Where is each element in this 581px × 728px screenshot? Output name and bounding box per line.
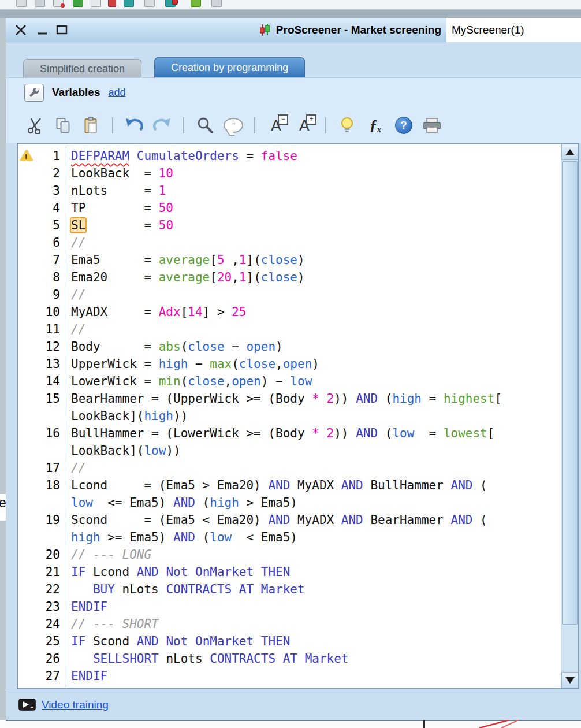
code-text: Body = abs(close − open): [66, 338, 283, 355]
variables-bar: Variables add: [6, 78, 581, 107]
code-line[interactable]: 3nLots = 1: [18, 182, 561, 199]
wrench-icon: [28, 87, 40, 98]
decrease-font-button[interactable]: A −: [266, 115, 286, 136]
search-button[interactable]: [195, 115, 215, 136]
code-line[interactable]: 15BearHammer = (UpperWick >= (Body * 2))…: [18, 390, 561, 407]
help-button[interactable]: ?: [393, 115, 414, 136]
code-line[interactable]: 7Ema5 = average[5 ,1](close): [18, 251, 561, 269]
code-line[interactable]: 13UpperWick = high − max(close,open): [18, 355, 561, 373]
code-text: BearHammer = (UpperWick >= (Body * 2)) A…: [66, 390, 502, 407]
code-line[interactable]: 5SL = 50: [18, 217, 561, 234]
code-line[interactable]: 17//: [18, 459, 561, 477]
code-line[interactable]: LookBack](low)): [18, 442, 561, 459]
line-number: 15: [18, 390, 66, 407]
code-line[interactable]: 2LookBack = 10: [18, 165, 561, 182]
code-line[interactable]: LookBack](high)): [18, 407, 561, 425]
code-line[interactable]: 25IF Scond AND Not OnMarket THEN: [18, 633, 561, 650]
warning-icon: !: [20, 148, 33, 161]
tab-creation-by-programming[interactable]: Creation by programming: [154, 57, 305, 78]
redo-button[interactable]: [152, 115, 173, 136]
add-variable-link[interactable]: add: [108, 87, 125, 99]
code-text: //: [66, 234, 85, 251]
code-text: BUY nLots CONTRACTS AT Market: [66, 581, 305, 598]
tab-simplified-creation[interactable]: Simplified creation: [23, 59, 141, 78]
code-line[interactable]: 4TP = 50: [18, 199, 561, 217]
code-text: BullHammer = (LowerWick >= (Body * 2)) A…: [66, 425, 494, 442]
code-line[interactable]: 23ENDIF: [18, 598, 561, 615]
copy-icon: [55, 117, 71, 134]
code-text: UpperWick = high − max(close,open): [66, 355, 319, 373]
scroll-up-button[interactable]: [561, 144, 578, 160]
variables-settings-button[interactable]: [24, 84, 44, 102]
maximize-button[interactable]: [55, 18, 68, 42]
comment-bubble-icon: '': [224, 118, 243, 133]
code-text: SELLSHORT nLots CONTRACTS AT Market: [66, 650, 349, 667]
line-number: 25: [18, 633, 66, 650]
undo-button[interactable]: [124, 115, 144, 136]
lightbulb-icon: [340, 117, 355, 134]
line-number: 18: [18, 477, 66, 494]
line-number: 8: [18, 269, 66, 286]
window-title: ProScreener - Market screening: [276, 24, 441, 36]
code-line[interactable]: 10MyADX = Adx[14] > 25: [18, 303, 561, 321]
scrollbar-thumb[interactable]: [562, 161, 578, 625]
code-line[interactable]: 21IF Lcond AND Not OnMarket THEN: [18, 563, 561, 581]
code-line[interactable]: 14LowerWick = min(close,open) − low: [18, 373, 561, 390]
printer-icon: [423, 117, 441, 133]
code-line[interactable]: 12Body = abs(close − open): [18, 338, 561, 355]
code-line[interactable]: 8Ema20 = average[20,1](close): [18, 269, 561, 286]
arrow-up-icon: [565, 149, 575, 155]
screener-name-tab[interactable]: MyScreener(1): [446, 18, 581, 42]
candlestick-icon: [259, 23, 271, 37]
code-line[interactable]: 27ENDIF: [18, 667, 561, 685]
code-line[interactable]: !1DEFPARAM CumulateOrders = false: [18, 147, 561, 165]
code-line[interactable]: 20// --- LONG: [18, 546, 561, 563]
code-text: //: [66, 459, 85, 477]
code-line[interactable]: low <= Ema5) AND (high > Ema5): [18, 494, 561, 511]
print-button[interactable]: [422, 115, 442, 136]
minimize-button[interactable]: [37, 18, 49, 42]
cut-button[interactable]: [24, 115, 45, 136]
background-icon: [16, 0, 27, 7]
editor-panel: Variables add: [6, 77, 581, 143]
tab-label: Creation by programming: [171, 62, 288, 74]
code-line[interactable]: 28//: [18, 685, 561, 688]
code-line[interactable]: 16BullHammer = (LowerWick >= (Body * 2))…: [18, 425, 561, 442]
code-line[interactable]: 19Scond = (Ema5 < Ema20) AND MyADX AND B…: [18, 511, 561, 529]
code-text: low <= Ema5) AND (high > Ema5): [66, 494, 297, 511]
line-number: 13: [18, 355, 66, 373]
hint-button[interactable]: [337, 115, 357, 136]
line-number: 19: [18, 511, 66, 529]
search-icon: [196, 117, 214, 134]
paste-button[interactable]: [81, 115, 102, 136]
line-number: 27: [18, 667, 66, 685]
proscreener-window: ProScreener - Market screening MyScreene…: [6, 18, 581, 721]
background-icon: [144, 0, 155, 7]
code-area[interactable]: !1DEFPARAM CumulateOrders = false2LookBa…: [18, 144, 561, 688]
code-line[interactable]: 11//: [18, 321, 561, 338]
video-training-link[interactable]: Video training: [42, 699, 109, 711]
code-editor[interactable]: !1DEFPARAM CumulateOrders = false2LookBa…: [17, 143, 579, 689]
scroll-down-button[interactable]: [561, 672, 578, 688]
comment-button[interactable]: '': [223, 115, 244, 136]
paste-icon: [84, 117, 99, 134]
window-title-group: ProScreener - Market screening: [259, 18, 441, 42]
code-text: MyADX = Adx[14] > 25: [66, 303, 246, 321]
code-line[interactable]: 9//: [18, 286, 561, 303]
function-button[interactable]: ƒx: [365, 115, 386, 136]
code-text: Ema5 = average[5 ,1](close): [66, 251, 305, 269]
increase-font-button[interactable]: A +: [294, 115, 315, 136]
code-line[interactable]: high >= Ema5) AND (low < Ema5): [18, 529, 561, 546]
close-button[interactable]: [14, 18, 28, 42]
code-line[interactable]: 18Lcond = (Ema5 > Ema20) AND MyADX AND B…: [18, 477, 561, 494]
code-line[interactable]: 6//: [18, 234, 561, 251]
vertical-scrollbar[interactable]: [561, 144, 578, 688]
line-number: 23: [18, 598, 66, 615]
line-number: 17: [18, 459, 66, 477]
copy-button[interactable]: [53, 115, 73, 136]
code-line[interactable]: 22 BUY nLots CONTRACTS AT Market: [18, 581, 561, 598]
code-line[interactable]: 26 SELLSHORT nLots CONTRACTS AT Market: [18, 650, 561, 667]
code-line[interactable]: 24// --- SHORT: [18, 615, 561, 633]
background-chart-line: [423, 720, 425, 728]
line-number: 4: [18, 199, 66, 217]
